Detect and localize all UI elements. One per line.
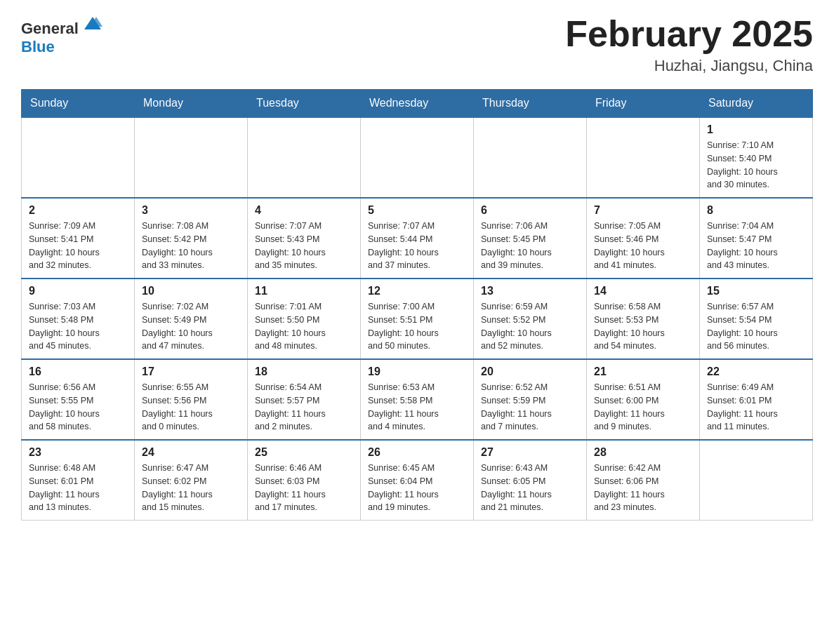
day-number: 14 — [594, 285, 692, 297]
day-number: 12 — [368, 285, 466, 297]
day-number: 16 — [29, 365, 127, 378]
weekday-header-thursday: Thursday — [474, 90, 587, 118]
calendar-cell — [248, 117, 361, 198]
day-number: 13 — [481, 285, 579, 297]
day-info: Sunrise: 6:42 AM Sunset: 6:06 PM Dayligh… — [594, 462, 692, 514]
day-info: Sunrise: 6:47 AM Sunset: 6:02 PM Dayligh… — [142, 462, 240, 514]
calendar-cell: 18Sunrise: 6:54 AM Sunset: 5:57 PM Dayli… — [248, 359, 361, 440]
day-number: 6 — [481, 204, 579, 217]
day-number: 8 — [707, 204, 805, 217]
day-info: Sunrise: 6:57 AM Sunset: 5:54 PM Dayligh… — [707, 300, 805, 353]
day-info: Sunrise: 6:59 AM Sunset: 5:52 PM Dayligh… — [481, 300, 579, 353]
day-number: 23 — [29, 446, 127, 459]
day-info: Sunrise: 7:06 AM Sunset: 5:45 PM Dayligh… — [481, 220, 579, 272]
day-info: Sunrise: 7:04 AM Sunset: 5:47 PM Dayligh… — [707, 220, 805, 272]
day-number: 24 — [142, 446, 240, 459]
day-number: 18 — [255, 365, 353, 378]
logo-blue-text: Blue — [21, 38, 55, 55]
day-number: 5 — [368, 204, 466, 217]
day-number: 9 — [29, 285, 127, 297]
calendar-cell: 28Sunrise: 6:42 AM Sunset: 6:06 PM Dayli… — [587, 440, 700, 521]
day-info: Sunrise: 7:07 AM Sunset: 5:43 PM Dayligh… — [255, 220, 353, 272]
day-number: 26 — [368, 446, 466, 459]
calendar-cell: 2Sunrise: 7:09 AM Sunset: 5:41 PM Daylig… — [22, 198, 135, 279]
day-number: 10 — [142, 285, 240, 297]
day-number: 19 — [368, 365, 466, 378]
day-number: 27 — [481, 446, 579, 459]
day-info: Sunrise: 6:58 AM Sunset: 5:53 PM Dayligh… — [594, 300, 692, 353]
calendar-week-row: 9Sunrise: 7:03 AM Sunset: 5:48 PM Daylig… — [22, 279, 813, 359]
calendar-cell: 6Sunrise: 7:06 AM Sunset: 5:45 PM Daylig… — [474, 198, 587, 279]
day-number: 15 — [707, 285, 805, 297]
day-number: 1 — [707, 123, 805, 136]
logo-icon — [83, 14, 102, 34]
calendar-cell: 17Sunrise: 6:55 AM Sunset: 5:56 PM Dayli… — [135, 359, 248, 440]
calendar-cell — [22, 117, 135, 198]
page-header: General Blue February 2025 Huzhai, Jiang… — [21, 14, 813, 75]
calendar-cell: 5Sunrise: 7:07 AM Sunset: 5:44 PM Daylig… — [361, 198, 474, 279]
day-number: 21 — [594, 365, 692, 378]
day-info: Sunrise: 6:52 AM Sunset: 5:59 PM Dayligh… — [481, 381, 579, 434]
logo-general-text: General — [21, 20, 79, 37]
calendar-cell: 21Sunrise: 6:51 AM Sunset: 6:00 PM Dayli… — [587, 359, 700, 440]
weekday-header-row: SundayMondayTuesdayWednesdayThursdayFrid… — [22, 90, 813, 118]
day-info: Sunrise: 7:07 AM Sunset: 5:44 PM Dayligh… — [368, 220, 466, 272]
day-info: Sunrise: 7:05 AM Sunset: 5:46 PM Dayligh… — [594, 220, 692, 272]
day-number: 28 — [594, 446, 692, 459]
day-info: Sunrise: 6:51 AM Sunset: 6:00 PM Dayligh… — [594, 381, 692, 434]
calendar-cell: 7Sunrise: 7:05 AM Sunset: 5:46 PM Daylig… — [587, 198, 700, 279]
day-number: 22 — [707, 365, 805, 378]
calendar-cell: 15Sunrise: 6:57 AM Sunset: 5:54 PM Dayli… — [700, 279, 813, 359]
weekday-header-monday: Monday — [135, 90, 248, 118]
weekday-header-tuesday: Tuesday — [248, 90, 361, 118]
day-number: 4 — [255, 204, 353, 217]
day-info: Sunrise: 6:53 AM Sunset: 5:58 PM Dayligh… — [368, 381, 466, 434]
day-info: Sunrise: 6:45 AM Sunset: 6:04 PM Dayligh… — [368, 462, 466, 514]
day-info: Sunrise: 6:54 AM Sunset: 5:57 PM Dayligh… — [255, 381, 353, 434]
logo: General Blue — [21, 14, 102, 57]
calendar-cell: 27Sunrise: 6:43 AM Sunset: 6:05 PM Dayli… — [474, 440, 587, 521]
calendar-week-row: 23Sunrise: 6:48 AM Sunset: 6:01 PM Dayli… — [22, 440, 813, 521]
calendar-cell: 4Sunrise: 7:07 AM Sunset: 5:43 PM Daylig… — [248, 198, 361, 279]
calendar-cell: 22Sunrise: 6:49 AM Sunset: 6:01 PM Dayli… — [700, 359, 813, 440]
weekday-header-wednesday: Wednesday — [361, 90, 474, 118]
day-number: 25 — [255, 446, 353, 459]
day-number: 17 — [142, 365, 240, 378]
calendar-cell: 26Sunrise: 6:45 AM Sunset: 6:04 PM Dayli… — [361, 440, 474, 521]
calendar-cell: 3Sunrise: 7:08 AM Sunset: 5:42 PM Daylig… — [135, 198, 248, 279]
day-number: 11 — [255, 285, 353, 297]
calendar-cell: 25Sunrise: 6:46 AM Sunset: 6:03 PM Dayli… — [248, 440, 361, 521]
day-info: Sunrise: 7:10 AM Sunset: 5:40 PM Dayligh… — [707, 139, 805, 192]
calendar-table: SundayMondayTuesdayWednesdayThursdayFrid… — [21, 89, 813, 521]
calendar-cell: 23Sunrise: 6:48 AM Sunset: 6:01 PM Dayli… — [22, 440, 135, 521]
day-info: Sunrise: 6:56 AM Sunset: 5:55 PM Dayligh… — [29, 381, 127, 434]
calendar-cell — [135, 117, 248, 198]
calendar-cell: 24Sunrise: 6:47 AM Sunset: 6:02 PM Dayli… — [135, 440, 248, 521]
day-info: Sunrise: 6:46 AM Sunset: 6:03 PM Dayligh… — [255, 462, 353, 514]
calendar-week-row: 2Sunrise: 7:09 AM Sunset: 5:41 PM Daylig… — [22, 198, 813, 279]
weekday-header-sunday: Sunday — [22, 90, 135, 118]
location-title: Huzhai, Jiangsu, China — [565, 57, 813, 75]
day-number: 3 — [142, 204, 240, 217]
calendar-week-row: 16Sunrise: 6:56 AM Sunset: 5:55 PM Dayli… — [22, 359, 813, 440]
calendar-cell: 19Sunrise: 6:53 AM Sunset: 5:58 PM Dayli… — [361, 359, 474, 440]
calendar-cell: 12Sunrise: 7:00 AM Sunset: 5:51 PM Dayli… — [361, 279, 474, 359]
calendar-cell: 9Sunrise: 7:03 AM Sunset: 5:48 PM Daylig… — [22, 279, 135, 359]
calendar-cell: 1Sunrise: 7:10 AM Sunset: 5:40 PM Daylig… — [700, 117, 813, 198]
calendar-cell: 20Sunrise: 6:52 AM Sunset: 5:59 PM Dayli… — [474, 359, 587, 440]
day-info: Sunrise: 7:08 AM Sunset: 5:42 PM Dayligh… — [142, 220, 240, 272]
calendar-cell — [700, 440, 813, 521]
weekday-header-friday: Friday — [587, 90, 700, 118]
day-info: Sunrise: 6:49 AM Sunset: 6:01 PM Dayligh… — [707, 381, 805, 434]
calendar-cell: 11Sunrise: 7:01 AM Sunset: 5:50 PM Dayli… — [248, 279, 361, 359]
calendar-cell: 14Sunrise: 6:58 AM Sunset: 5:53 PM Dayli… — [587, 279, 700, 359]
day-info: Sunrise: 6:43 AM Sunset: 6:05 PM Dayligh… — [481, 462, 579, 514]
calendar-cell: 8Sunrise: 7:04 AM Sunset: 5:47 PM Daylig… — [700, 198, 813, 279]
weekday-header-saturday: Saturday — [700, 90, 813, 118]
title-block: February 2025 Huzhai, Jiangsu, China — [565, 14, 813, 75]
month-title: February 2025 — [565, 14, 813, 54]
day-info: Sunrise: 7:09 AM Sunset: 5:41 PM Dayligh… — [29, 220, 127, 272]
calendar-cell — [474, 117, 587, 198]
day-info: Sunrise: 6:48 AM Sunset: 6:01 PM Dayligh… — [29, 462, 127, 514]
day-info: Sunrise: 7:00 AM Sunset: 5:51 PM Dayligh… — [368, 300, 466, 353]
